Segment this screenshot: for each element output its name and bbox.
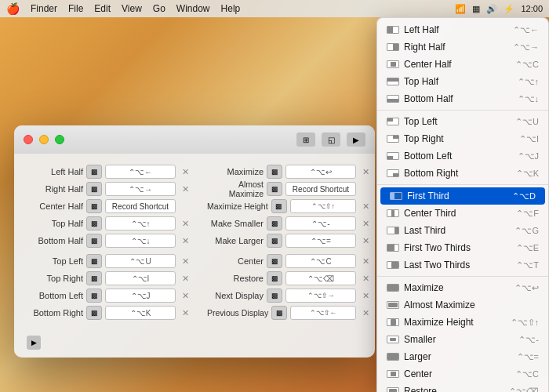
- menu-item-bottom-left[interactable]: Bottom Left ⌃⌥J: [377, 147, 548, 165]
- shortcut-icon-btn[interactable]: ▩: [267, 271, 282, 285]
- menu-file[interactable]: File: [68, 3, 83, 14]
- clear-shortcut[interactable]: ✕: [179, 165, 191, 178]
- shortcut-icon-btn[interactable]: ▩: [86, 254, 102, 268]
- clear-shortcut[interactable]: ✕: [359, 255, 372, 267]
- menu-view[interactable]: View: [122, 3, 142, 14]
- last-third-icon: [387, 227, 399, 234]
- menu-item-first-two-thirds[interactable]: First Two Thirds ⌃⌥E: [377, 239, 548, 256]
- menu-item-bottom-half[interactable]: Bottom Half ⌃⌥↓: [377, 90, 548, 107]
- menu-item-restore[interactable]: Restore ⌃⌥⌫: [377, 383, 548, 392]
- shortcut-row: Next Display ▩ ⌃⌥⇧→ ✕: [207, 287, 372, 304]
- menu-item-label: Maximize: [404, 282, 514, 293]
- shortcut-label: Bottom Half: [27, 236, 83, 245]
- minimize-button[interactable]: [39, 135, 49, 144]
- menu-item-center-third[interactable]: Center Third ⌃⌥F: [377, 205, 548, 222]
- menu-item-right-half[interactable]: Right Half ⌃⌥→: [377, 38, 548, 56]
- clear-shortcut[interactable]: ✕: [179, 234, 191, 247]
- menu-item-almost-maximize[interactable]: Almost Maximize: [377, 296, 548, 314]
- menu-shortcut: ⌃⌥↓: [518, 94, 540, 104]
- shortcut-icon-btn[interactable]: ▩: [271, 306, 287, 320]
- shortcut-field[interactable]: ⌃⌥←: [105, 165, 176, 179]
- rectangle-icon[interactable]: ▦: [472, 4, 480, 14]
- maximize-height-icon: [387, 318, 399, 326]
- shortcut-field[interactable]: ⌃⌥⇧←: [290, 306, 356, 320]
- clear-shortcut[interactable]: ✕: [179, 217, 191, 230]
- shortcut-field[interactable]: ⌃⌥⇧↑: [290, 199, 356, 213]
- menu-edit[interactable]: Edit: [94, 3, 111, 14]
- apple-menu[interactable]: 🍎: [6, 2, 20, 15]
- fullscreen-button[interactable]: [55, 135, 64, 144]
- clear-shortcut[interactable]: ✕: [179, 183, 191, 195]
- record-shortcut-btn[interactable]: Record Shortcut: [285, 182, 356, 196]
- clear-shortcut[interactable]: ✕: [179, 289, 191, 302]
- shortcut-icon-btn[interactable]: ▩: [267, 216, 282, 230]
- menu-item-first-third[interactable]: First Third ⌃⌥D: [380, 187, 545, 205]
- shortcut-field[interactable]: ⌃⌥↓: [105, 234, 176, 248]
- close-button[interactable]: [24, 135, 33, 144]
- shortcut-field[interactable]: ⌃⌥↩: [285, 165, 356, 179]
- audio-icon: 🔊: [486, 4, 497, 14]
- menu-finder[interactable]: Finder: [31, 3, 57, 14]
- menu-item-bottom-right[interactable]: Bottom Right ⌃⌥K: [377, 165, 548, 182]
- menu-item-top-left[interactable]: Top Left ⌃⌥U: [377, 113, 548, 130]
- menu-item-center-half[interactable]: Center Half ⌃⌥C: [377, 56, 548, 73]
- menu-help[interactable]: Help: [221, 3, 241, 14]
- shortcut-field[interactable]: ⌃⌥⌫: [285, 271, 356, 285]
- shortcut-icon-btn[interactable]: ▩: [86, 216, 102, 230]
- shortcut-label: Right Half: [27, 184, 83, 194]
- menu-item-center[interactable]: Center ⌃⌥C: [377, 365, 548, 383]
- shortcut-field[interactable]: ⌃⌥C: [285, 254, 356, 268]
- clear-shortcut[interactable]: ✕: [359, 200, 372, 212]
- shortcut-label: Restore: [207, 274, 264, 283]
- play-icon[interactable]: ▶: [347, 132, 365, 147]
- clear-shortcut[interactable]: ✕: [179, 255, 191, 267]
- menu-item-maximize[interactable]: Maximize ⌃⌥↩: [377, 279, 548, 296]
- grid-icon[interactable]: ⊞: [296, 132, 315, 147]
- clear-shortcut[interactable]: ✕: [359, 272, 372, 285]
- shortcut-icon-btn[interactable]: ▩: [86, 165, 102, 179]
- shortcut-field[interactable]: ⌃⌥⇧→: [285, 289, 356, 303]
- play-tour-button[interactable]: ▶: [27, 336, 41, 350]
- menu-window[interactable]: Window: [176, 3, 210, 14]
- clear-shortcut[interactable]: ✕: [359, 234, 372, 247]
- shortcut-field[interactable]: ⌃⌥J: [105, 289, 176, 303]
- shortcut-field[interactable]: ⌃⌥-: [285, 216, 356, 230]
- shortcut-icon-btn[interactable]: ▩: [86, 234, 102, 248]
- menu-item-left-half[interactable]: Left Half ⌃⌥←: [377, 21, 548, 38]
- shortcut-icon-btn[interactable]: ▩: [86, 289, 102, 303]
- menu-go[interactable]: Go: [153, 3, 165, 14]
- clear-shortcut[interactable]: ✕: [359, 307, 372, 319]
- shortcut-icon-btn[interactable]: ▩: [271, 199, 287, 213]
- menu-item-top-right[interactable]: Top Right ⌃⌥I: [377, 130, 548, 147]
- clear-shortcut[interactable]: ✕: [359, 217, 372, 230]
- shortcut-field[interactable]: ⌃⌥=: [285, 234, 356, 248]
- shortcut-icon-btn[interactable]: ▩: [86, 199, 102, 213]
- shortcut-icon-btn[interactable]: ▩: [86, 182, 102, 196]
- shortcut-field[interactable]: ⌃⌥↑: [105, 216, 176, 230]
- clear-shortcut[interactable]: ✕: [359, 165, 372, 178]
- shortcut-icon-btn[interactable]: ▩: [267, 182, 282, 196]
- clear-shortcut[interactable]: ✕: [179, 307, 191, 319]
- menu-item-last-two-thirds[interactable]: Last Two Thirds ⌃⌥T: [377, 256, 548, 274]
- shortcut-field[interactable]: ⌃⌥I: [105, 271, 176, 285]
- shortcut-row: Right Half ▩ ⌃⌥→ ✕: [27, 180, 191, 198]
- clear-shortcut[interactable]: ✕: [359, 289, 372, 302]
- shortcut-field[interactable]: ⌃⌥→: [105, 182, 176, 196]
- menu-item-last-third[interactable]: Last Third ⌃⌥G: [377, 222, 548, 239]
- menu-item-smaller[interactable]: Smaller ⌃⌥-: [377, 331, 548, 348]
- menu-item-top-half[interactable]: Top Half ⌃⌥↑: [377, 73, 548, 90]
- shortcut-field[interactable]: ⌃⌥K: [105, 306, 176, 320]
- shortcut-label: Make Smaller: [207, 219, 264, 228]
- record-shortcut-btn[interactable]: Record Shortcut: [105, 199, 176, 213]
- shortcut-icon-btn[interactable]: ▩: [267, 234, 282, 248]
- snap-icon[interactable]: ◱: [322, 132, 340, 147]
- shortcut-icon-btn[interactable]: ▩: [267, 289, 282, 303]
- shortcut-icon-btn[interactable]: ▩: [267, 165, 282, 179]
- shortcut-icon-btn[interactable]: ▩: [86, 306, 102, 320]
- clear-shortcut[interactable]: ✕: [179, 272, 191, 285]
- shortcut-field[interactable]: ⌃⌥U: [105, 254, 176, 268]
- shortcut-icon-btn[interactable]: ▩: [86, 271, 102, 285]
- menu-item-maximize-height[interactable]: Maximize Height ⌃⌥⇧↑: [377, 314, 548, 331]
- shortcut-icon-btn[interactable]: ▩: [267, 254, 282, 268]
- menu-item-larger[interactable]: Larger ⌃⌥=: [377, 348, 548, 365]
